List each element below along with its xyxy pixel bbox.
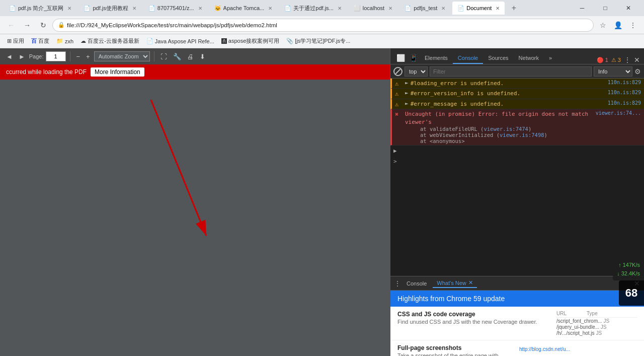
reload-button[interactable]: ↻ [36,18,50,32]
tab-close-4[interactable]: ✕ [268,6,272,11]
side-header: URL Type [556,311,637,318]
update-title-coverage: CSS and JS code coverage [397,311,552,318]
type-col-label: Type [587,311,598,316]
bottom-tab-whats-new[interactable]: What's New ✕ [433,278,476,288]
folder-icon: 📁 [56,38,63,44]
expand-more-button[interactable]: ▶ [393,148,397,154]
tab-close-2[interactable]: ✕ [132,6,136,11]
tab-pdf-intro[interactable]: 📄 pdf.js 简介_互联网 ✕ [4,2,76,15]
back-button[interactable]: ← [4,18,18,32]
maximize-button[interactable]: □ [594,0,617,16]
bookmark-aspose[interactable]: 🅰 aspose接权案例可用 [218,36,282,46]
zoom-select[interactable]: Automatic Zoom [94,51,150,61]
account-button[interactable]: 👤 [611,18,625,32]
close-button[interactable]: ✕ [617,0,640,16]
print-button[interactable]: 🖨 [185,52,196,61]
devtools-close-button[interactable]: ✕ [634,56,640,64]
tab-close-6[interactable]: ✕ [388,6,392,11]
nav-right: ☆ 👤 ⋮ [596,18,640,32]
network-speed-indicator: ↑ 147K/s ↓ 32.4K/s [613,258,644,280]
tab-pdfjs-test[interactable]: 📄 pdfjs_test ✕ [399,2,450,15]
warn-link-2[interactable]: 110n.is:829 [608,90,641,95]
devtools-tab-console[interactable]: Console [453,53,483,64]
prompt-arrow: > [393,158,397,165]
tab-close-5[interactable]: ✕ [338,6,342,11]
window-controls: ─ □ ✕ [571,0,640,16]
devtools-tab-network[interactable]: Network [514,53,544,64]
tab-favicon: 📄 [405,5,412,12]
bookmark-apps[interactable]: ⊞ 应用 [4,36,27,46]
fullscreen-button[interactable]: ⛶ [158,52,169,61]
devtools-tab-sources[interactable]: Sources [483,53,513,64]
more-info-button[interactable]: More Information [91,67,144,77]
bookmark-baidu-cloud[interactable]: ☁ 百度云-云服务器最新 [77,36,142,46]
error-stack-3: at <anonymous> [405,138,641,144]
bottom-menu-button[interactable]: ⋮ [394,280,400,287]
expand-2[interactable]: ► [405,90,409,96]
menu-button[interactable]: ⋮ [626,18,640,32]
tab-close-8[interactable]: ✕ [496,6,500,11]
speed-widget: 68 [619,280,644,306]
download-button[interactable]: ⬇ [198,52,207,61]
level-select[interactable]: Info Verbose Warnings Errors [594,66,632,77]
devtools-more-button[interactable]: ⋮ [624,56,631,64]
tab-about-pdfjs[interactable]: 📄 关于通过pdf.js... ✕ [279,2,346,15]
warn-text-1: #loading_error is undefined. [411,80,604,87]
tab-close-7[interactable]: ✕ [441,6,445,11]
pdf-next-button[interactable]: ► [17,52,27,61]
zoom-out-button[interactable]: − [74,52,83,61]
devtools-inspect-button[interactable]: ⬜ [394,52,407,64]
address-bar[interactable]: 🔒 file:///D:/924_MyEclipseWorkSpace/test… [52,19,594,32]
tools-button[interactable]: 🔧 [171,52,183,61]
expand-1[interactable]: ► [405,80,409,86]
update-title-screenshot: Full-page screenshots [397,344,515,351]
update-section-screenshot: Full-page screenshots Take a screenshot … [390,340,644,356]
tab-close-1[interactable]: ✕ [67,6,71,11]
page-input[interactable] [46,51,66,61]
devtools-device-button[interactable]: 📱 [407,52,420,64]
viewer-link-1[interactable]: viewer.is:7474 [484,126,528,132]
console-prompt: > [390,156,644,167]
pdf-prev-button[interactable]: ◄ [4,52,15,61]
console-settings-button[interactable]: ⚙ [634,67,641,76]
error-bar: ccurred while loading the PDF More Infor… [0,64,390,80]
tab-localhost[interactable]: ⬜ localhost ✕ [349,2,397,15]
zoom-in-button[interactable]: + [84,52,92,61]
new-tab-button[interactable]: + [507,1,521,15]
warn-link-1[interactable]: 110n.is:829 [608,80,641,85]
tab-tomcat[interactable]: 🐱 Apache Tomca... ✕ [209,2,278,15]
minimize-button[interactable]: ─ [571,0,594,16]
update-side-coverage: URL Type /script_font_chrom... JS /jquer… [556,311,637,336]
tab-document[interactable]: 📄 Document ✕ [452,2,505,15]
filter-input[interactable] [430,66,592,77]
tab-favicon: 📄 [457,5,464,12]
warn-icon-2: ⚠ [395,90,403,97]
svg-line-1 [151,100,206,236]
devtools-tab-more[interactable]: » [544,53,557,64]
expand-3[interactable]: ► [405,100,409,107]
apps-icon: ⊞ [7,38,12,44]
bookmark-button[interactable]: ☆ [596,18,610,32]
annotation-arrow [60,95,221,251]
console-toolbar: top Info Verbose Warnings Errors ⚙ [390,64,644,79]
forward-button[interactable]: → [20,18,34,32]
bookmark-pdfjs-notes[interactable]: 📎 [js学习笔记]PDF.js专... [283,36,353,46]
warn-link-3[interactable]: 110n.is:829 [608,100,641,106]
bookmarks-bar: ⊞ 应用 百 百度 📁 zxh ☁ 百度云-云服务器最新 📄 Java Aspo… [0,34,644,48]
tab-csdn[interactable]: 📄 870775401/z... ✕ [143,2,207,15]
side-url-screenshot[interactable]: http://blog.csdn.net/u... [519,344,637,356]
clear-console-button[interactable] [393,67,403,76]
devtools-tab-elements[interactable]: Elements [420,53,453,64]
context-select[interactable]: top [405,66,428,77]
toolbar-divider-2 [154,51,154,61]
bookmark-baidu[interactable]: 百 百度 [28,36,52,46]
bookmark-java-aspose[interactable]: 📄 Java Aspose API Refe... [143,37,217,45]
bookmark-zxh[interactable]: 📁 zxh [53,37,76,45]
tab-pdf-tutorial[interactable]: 📄 pdf.js使用教程 ✕ [78,2,141,15]
bottom-tab-console[interactable]: Console [403,279,431,288]
viewer-link-2[interactable]: viewer.is:7498 [500,132,544,138]
whats-new-close-button[interactable]: ✕ [468,279,473,286]
error-link[interactable]: viewer.is:74... [596,110,641,116]
download-speed: ↓ 32.4K/s [617,269,640,278]
tab-close-3[interactable]: ✕ [198,6,202,11]
